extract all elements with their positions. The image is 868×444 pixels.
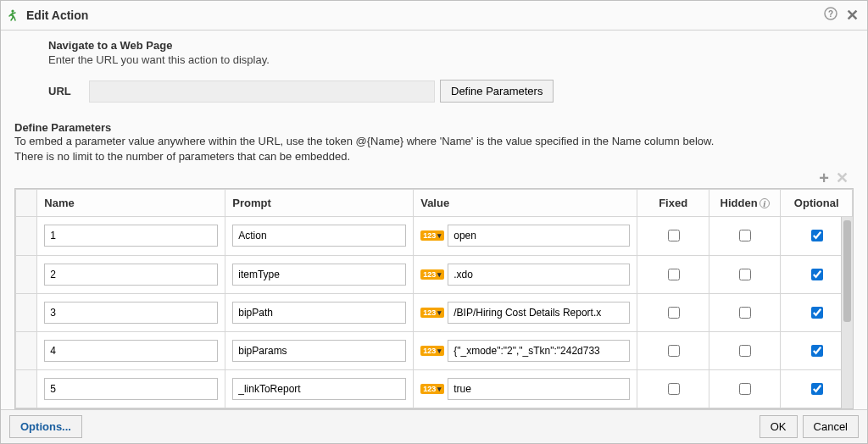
value-input[interactable] (448, 340, 630, 362)
col-value-header[interactable]: Value (414, 190, 637, 217)
value-input[interactable] (448, 225, 630, 247)
svg-point-0 (11, 9, 14, 12)
name-input[interactable] (44, 302, 218, 324)
params-toolbar: + ✕ (14, 169, 854, 186)
col-handle-header (16, 190, 37, 217)
row-handle[interactable] (16, 293, 37, 331)
hidden-checkbox[interactable] (739, 230, 751, 241)
name-input[interactable] (44, 264, 218, 286)
col-prompt-header[interactable]: Prompt (225, 190, 414, 217)
fixed-checkbox[interactable] (668, 269, 680, 280)
table-row[interactable]: 123▾ (16, 217, 853, 255)
define-parameters-heading: Define Parameters (14, 121, 854, 134)
hidden-checkbox[interactable] (739, 307, 751, 319)
prompt-input[interactable] (232, 340, 406, 362)
name-input[interactable] (44, 340, 218, 362)
define-parameters-button[interactable]: Define Parameters (440, 80, 554, 103)
row-handle[interactable] (16, 255, 37, 293)
info-icon[interactable]: i (760, 198, 770, 208)
delete-row-icon: ✕ (836, 170, 849, 186)
define-parameters-desc1: To embed a parameter value anywhere with… (14, 134, 854, 149)
col-hidden-label: Hidden (721, 197, 758, 209)
col-name-header[interactable]: Name (37, 190, 225, 217)
chevron-down-icon: ▾ (437, 385, 442, 393)
optional-checkbox[interactable] (811, 383, 823, 395)
cancel-button[interactable]: Cancel (803, 415, 859, 438)
value-input[interactable] (448, 302, 630, 324)
value-input[interactable] (448, 264, 630, 286)
scrollbar-thumb[interactable] (843, 220, 851, 322)
navigate-heading: Navigate to a Web Page (48, 39, 854, 52)
define-parameters-desc2: There is no limit to the number of param… (14, 149, 854, 164)
hidden-checkbox[interactable] (739, 383, 751, 395)
help-icon[interactable]: ? (824, 7, 837, 24)
options-button[interactable]: Options... (9, 415, 82, 438)
prompt-input[interactable] (232, 225, 406, 247)
add-row-icon[interactable]: + (819, 169, 829, 186)
titlebar: Edit Action ? ✕ (1, 1, 867, 31)
value-input[interactable] (448, 378, 630, 400)
parameters-table: Name Prompt Value Fixed Hiddeni Optional… (15, 189, 853, 408)
table-row[interactable]: 123▾ (16, 331, 853, 369)
ok-button[interactable]: OK (760, 415, 798, 438)
action-runner-icon (8, 8, 21, 22)
value-type-badge[interactable]: 123▾ (420, 384, 444, 394)
prompt-input[interactable] (232, 302, 406, 324)
prompt-input[interactable] (232, 378, 406, 400)
row-handle[interactable] (16, 369, 37, 408)
prompt-input[interactable] (232, 264, 406, 286)
table-row[interactable]: 123▾ (16, 255, 853, 293)
value-type-badge[interactable]: 123▾ (420, 269, 444, 280)
row-handle[interactable] (16, 217, 37, 255)
optional-checkbox[interactable] (811, 269, 823, 280)
value-type-badge[interactable]: 123▾ (420, 308, 444, 318)
parameters-table-wrap: Name Prompt Value Fixed Hiddeni Optional… (14, 188, 854, 409)
fixed-checkbox[interactable] (668, 345, 680, 357)
value-type-badge[interactable]: 123▾ (420, 230, 444, 241)
dialog-title: Edit Action (26, 8, 88, 22)
url-label: URL (48, 85, 89, 97)
navigate-subtext: Enter the URL you want this action to di… (48, 53, 854, 66)
table-row[interactable]: 123▾ (16, 369, 853, 408)
col-hidden-header[interactable]: Hiddeni (709, 190, 781, 217)
name-input[interactable] (44, 378, 218, 400)
optional-checkbox[interactable] (811, 307, 823, 319)
name-input[interactable] (44, 225, 218, 247)
close-icon[interactable]: ✕ (846, 6, 859, 25)
vertical-scrollbar[interactable] (841, 217, 853, 408)
optional-checkbox[interactable] (811, 230, 823, 241)
row-handle[interactable] (16, 331, 37, 369)
url-input[interactable] (89, 80, 435, 103)
chevron-down-icon: ▾ (437, 347, 442, 355)
fixed-checkbox[interactable] (668, 383, 680, 395)
svg-text:?: ? (828, 9, 833, 19)
hidden-checkbox[interactable] (739, 269, 751, 280)
edit-action-dialog: Edit Action ? ✕ Navigate to a Web Page E… (0, 0, 868, 444)
fixed-checkbox[interactable] (668, 230, 680, 241)
chevron-down-icon: ▾ (437, 308, 442, 317)
table-row[interactable]: 123▾ (16, 293, 853, 331)
optional-checkbox[interactable] (811, 345, 823, 357)
col-optional-header[interactable]: Optional (781, 190, 853, 217)
dialog-footer: Options... OK Cancel (1, 409, 867, 443)
chevron-down-icon: ▾ (437, 270, 442, 279)
hidden-checkbox[interactable] (739, 345, 751, 357)
dialog-body: Navigate to a Web Page Enter the URL you… (1, 31, 867, 409)
col-fixed-header[interactable]: Fixed (637, 190, 709, 217)
fixed-checkbox[interactable] (668, 307, 680, 319)
chevron-down-icon: ▾ (437, 231, 442, 240)
value-type-badge[interactable]: 123▾ (420, 346, 444, 356)
